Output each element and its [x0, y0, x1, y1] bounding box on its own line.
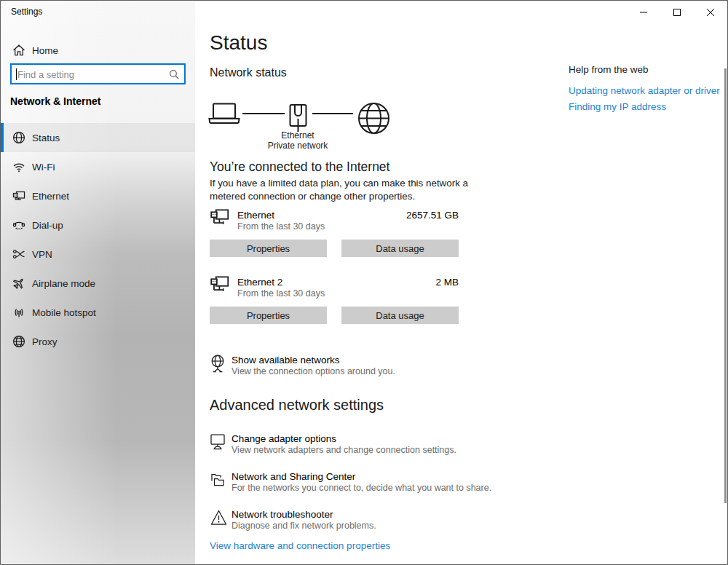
properties-button[interactable]: Properties [210, 307, 327, 324]
advanced-item-subtitle: View network adapters and change connect… [232, 445, 456, 455]
ethernet-icon [12, 189, 25, 202]
text-caret [16, 68, 17, 80]
home-icon [12, 44, 25, 57]
advanced-item-subtitle: Diagnose and fix network problems. [232, 521, 376, 531]
selected-accent-bar [1, 123, 4, 152]
connected-description: If you have a limited data plan, you can… [210, 177, 483, 202]
vpn-icon [12, 248, 25, 261]
data-usage-button[interactable]: Data usage [341, 240, 459, 257]
sidebar-item-proxy[interactable]: Proxy [1, 327, 195, 356]
advanced-heading: Advanced network settings [210, 397, 384, 414]
show-networks-title: Show available networks [232, 355, 340, 366]
adapter-period: From the last 30 days [237, 221, 325, 232]
sidebar-item-label: Airplane mode [32, 278, 95, 289]
maximize-icon [673, 9, 681, 16]
diagram-caption: Ethernet Private network [247, 130, 349, 151]
change-adapter-options-item[interactable]: Change adapter options View network adap… [210, 432, 486, 457]
minimize-button[interactable] [627, 1, 660, 24]
warning-triangle-icon [210, 509, 227, 526]
settings-window: Settings Home Network & Internet [0, 0, 728, 565]
sharing-folders-icon [210, 471, 225, 489]
window-controls [627, 1, 727, 24]
sidebar-item-vpn[interactable]: VPN [1, 240, 195, 269]
connection-type: Private network [247, 141, 349, 151]
dialup-icon [12, 218, 25, 232]
network-sharing-center-item[interactable]: Network and Sharing Center For the netwo… [210, 470, 515, 494]
sidebar-item-label: Dial-up [32, 220, 63, 231]
sidebar-item-label: Proxy [32, 336, 58, 347]
hotspot-icon [12, 306, 25, 319]
adapter-usage: 2657.51 GB [210, 210, 459, 221]
network-status-heading: Network status [210, 66, 287, 79]
globe-icon [357, 102, 390, 135]
globe-stand-icon [210, 355, 225, 374]
help-heading: Help from the web [569, 64, 649, 75]
data-usage-button[interactable]: Data usage [341, 307, 459, 324]
adapter-usage: 2 MB [210, 277, 459, 288]
sidebar-item-mobile-hotspot[interactable]: Mobile hotspot [1, 298, 195, 327]
page-title: Status [210, 31, 267, 55]
status-globe-icon [12, 131, 25, 144]
proxy-globe-icon [12, 335, 25, 348]
minimize-icon [640, 12, 647, 13]
window-title: Settings [11, 7, 42, 17]
search-input[interactable] [16, 66, 165, 83]
network-troubleshooter-item[interactable]: Network troubleshooter Diagnose and fix … [210, 507, 486, 532]
search-box [10, 63, 186, 84]
scrollbar[interactable] [724, 68, 727, 503]
search-icon[interactable] [169, 69, 179, 79]
advanced-item-subtitle: For the networks you connect to, decide … [232, 483, 491, 493]
sidebar-nav: Status Wi-Fi Ethernet [1, 123, 195, 356]
show-networks-subtitle: View the connection options around you. [232, 366, 395, 376]
sidebar-item-label: Wi-Fi [32, 162, 55, 173]
sidebar-item-label: Home [32, 45, 58, 56]
connected-heading: You’re connected to the Internet [210, 159, 389, 175]
sidebar-item-label: Status [32, 133, 60, 143]
close-button[interactable] [694, 1, 727, 24]
airplane-icon [12, 277, 25, 290]
connection-label: Ethernet [247, 130, 349, 141]
help-link-updating-adapter[interactable]: Updating network adapter or driver [569, 85, 720, 96]
sidebar-item-ethernet[interactable]: Ethernet [1, 181, 195, 210]
close-icon [707, 9, 714, 16]
laptop-icon [208, 103, 240, 125]
diagram-connector-line [312, 113, 353, 114]
properties-button[interactable]: Properties [210, 240, 327, 257]
help-link-finding-ip[interactable]: Finding my IP address [569, 101, 666, 112]
advanced-item-title: Network troubleshooter [232, 509, 333, 520]
show-available-networks-item[interactable]: Show available networks View the connect… [210, 352, 472, 377]
sidebar-section-title: Network & Internet [10, 95, 100, 107]
advanced-item-title: Change adapter options [232, 433, 336, 444]
sidebar-item-label: VPN [32, 249, 52, 260]
adapter-period: From the last 30 days [237, 288, 325, 299]
wifi-icon [12, 160, 25, 173]
sidebar-item-label: Mobile hotspot [32, 307, 96, 318]
advanced-item-title: Network and Sharing Center [232, 471, 355, 482]
ethernet-plug-icon [289, 104, 307, 132]
monitor-icon [210, 433, 225, 451]
sidebar-item-airplane-mode[interactable]: Airplane mode [1, 269, 195, 298]
sidebar-item-home[interactable]: Home [1, 36, 207, 64]
sidebar-item-label: Ethernet [32, 191, 69, 202]
view-hardware-properties-link[interactable]: View hardware and connection properties [210, 540, 390, 551]
maximize-button[interactable] [660, 1, 694, 24]
sidebar-item-status[interactable]: Status [1, 123, 195, 152]
diagram-connector-line [242, 113, 285, 114]
sidebar-item-wifi[interactable]: Wi-Fi [1, 152, 195, 181]
sidebar-item-dialup[interactable]: Dial-up [1, 210, 195, 240]
